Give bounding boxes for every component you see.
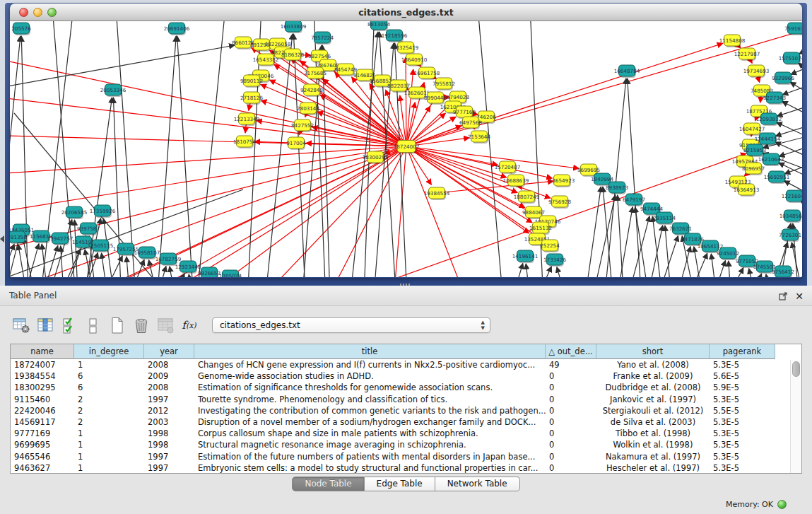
graph-node-teal[interactable]: 16648784 — [614, 65, 640, 78]
graph-node-yellow[interactable]: 8186328 — [281, 49, 304, 62]
table-row[interactable]: 946554611997Estimation of the future num… — [11, 451, 801, 462]
graph-node-yellow[interactable]: 18325419 — [393, 42, 419, 54]
graph-node-teal[interactable]: 8215953 — [743, 144, 766, 157]
graph-node-yellow[interactable]: 252254 — [540, 240, 560, 252]
graph-node-yellow[interactable]: 13654923 — [549, 175, 575, 187]
close-panel-icon[interactable]: ✕ — [795, 291, 804, 301]
column-header-out_degree[interactable]: △ out_de... — [546, 344, 596, 359]
graph-node-yellow[interactable]: 19384554 — [424, 187, 450, 200]
graph-node-teal[interactable]: 7591631 — [784, 23, 802, 35]
graph-node-yellow[interactable]: 2153644 — [468, 131, 490, 144]
tab-edge-table[interactable]: Edge Table — [365, 477, 435, 491]
graph-node-yellow[interactable]: 18807249 — [514, 191, 540, 204]
column-header-pagerank[interactable]: pagerank — [710, 344, 775, 359]
graph-node-teal[interactable]: 9227343 — [763, 92, 786, 105]
delete-table-icon[interactable] — [131, 316, 151, 335]
graph-node-teal[interactable]: 8926653 — [198, 267, 220, 277]
graph-node-teal[interactable]: 13942757 — [47, 233, 73, 245]
graph-node-teal[interactable]: 205576 — [11, 23, 31, 35]
graph-node-teal[interactable]: 9397587 — [77, 223, 100, 235]
graph-node-yellow[interactable]: 7955812 — [433, 78, 455, 90]
network-table-select[interactable]: citations_edges.txt ▲▼ — [212, 317, 490, 333]
graph-node-teal[interactable]: 14196141 — [512, 250, 539, 263]
clear-selection-icon[interactable] — [83, 316, 102, 335]
graph-node-teal[interactable]: 10348561 — [779, 210, 802, 223]
graph-node-teal[interactable]: 8813054 — [367, 21, 390, 31]
scrollbar-thumb[interactable] — [792, 361, 800, 377]
table-row[interactable]: 1456911722003Disruption of a novel membe… — [11, 416, 801, 428]
column-header-name[interactable]: name — [11, 344, 74, 359]
graph-node-yellow[interactable]: 10688639 — [503, 175, 529, 187]
graph-node-yellow[interactable]: 16961758 — [414, 67, 440, 80]
graph-node-teal[interactable]: 7726301 — [779, 229, 801, 242]
table-settings-icon[interactable] — [11, 316, 30, 335]
table-row[interactable]: 946362711997Embryonic stem cells: a mode… — [11, 462, 801, 474]
graph-node-teal[interactable]: 1733426 — [543, 254, 566, 267]
graph-node-teal[interactable]: 17359926 — [90, 205, 116, 218]
graph-node-yellow[interactable]: 15720407 — [495, 161, 521, 174]
table-row[interactable]: 1830029562008Estimation of significance … — [11, 382, 801, 393]
column-header-title[interactable]: title — [194, 344, 546, 359]
cell-in_degree: 2 — [74, 405, 144, 416]
table-row[interactable]: 1938455462009Genome-wide association stu… — [11, 370, 801, 382]
table-row[interactable]: 969969511998Structural magnetic resonanc… — [11, 439, 801, 450]
network-window[interactable]: citations_edges.txt 18724007866012889129… — [10, 4, 802, 278]
graph-node-yellow[interactable]: 9890112 — [240, 75, 263, 88]
network-window-titlebar[interactable]: citations_edges.txt — [10, 4, 802, 21]
graph-node-yellow[interactable]: 1810754 — [233, 136, 256, 148]
graph-node-teal[interactable]: 6479197 — [623, 194, 645, 206]
float-panel-icon[interactable] — [779, 291, 788, 300]
network-graph[interactable]: 1872400786601288912955182260589827508165… — [10, 21, 802, 277]
graph-node-yellow[interactable]: 2718126 — [240, 92, 263, 105]
graph-node-teal[interactable]: 12216041 — [782, 190, 802, 203]
graph-node-teal[interactable]: 9329966 — [772, 72, 794, 85]
select-all-icon[interactable] — [59, 316, 78, 335]
graph-node-teal[interactable]: 20691406 — [164, 23, 190, 35]
graph-node-teal[interactable]: 2935114 — [653, 212, 676, 225]
graph-node-teal[interactable]: 12093832 — [756, 113, 782, 126]
graph-node-yellow[interactable]: 8990448 — [424, 92, 447, 105]
tab-network-table[interactable]: Network Table — [435, 477, 520, 491]
graph-node-teal[interactable]: 8938923 — [606, 182, 628, 194]
graph-node-teal[interactable]: 9756412 — [772, 266, 794, 277]
graph-node-yellow[interactable]: 8427552 — [291, 119, 314, 132]
column-header-year[interactable]: year — [144, 344, 194, 359]
svg-text:9329966: 9329966 — [772, 75, 794, 81]
memory-status-indicator[interactable] — [777, 500, 787, 509]
column-header-in_degree[interactable]: in_degree — [74, 344, 144, 359]
graph-node-teal[interactable]: 15751074 — [779, 52, 802, 65]
graph-node-teal[interactable]: 7857224 — [311, 32, 334, 45]
table-row[interactable]: 977716911998Corpus callosum shape and si… — [11, 428, 801, 439]
graph-node-yellow[interactable]: 1615132 — [529, 222, 552, 235]
new-table-icon[interactable] — [107, 316, 126, 335]
graph-node-teal[interactable]: 20206585 — [61, 206, 88, 219]
tab-node-table[interactable]: Node Table — [292, 477, 364, 491]
graph-node-teal[interactable]: 20053346 — [100, 84, 126, 97]
attribute-table[interactable]: namein_degreeyeartitle△ out_de...shortpa… — [10, 344, 802, 474]
network-canvas[interactable]: 1872400786601288912955182260589827508165… — [10, 21, 802, 277]
graph-node-yellow[interactable]: 11154808 — [719, 35, 746, 47]
table-row[interactable]: 2242004622012Investigating the contribut… — [11, 405, 801, 416]
collapse-panel-arrow-icon[interactable] — [0, 235, 4, 243]
import-table-icon[interactable] — [155, 316, 175, 335]
svg-text:17359926: 17359926 — [90, 208, 116, 214]
graph-node-yellow[interactable]: 8096957 — [742, 163, 765, 175]
graph-node-yellow[interactable]: 12217987 — [734, 48, 760, 61]
graph-node-yellow[interactable]: 9242848 — [300, 84, 323, 97]
insert-column-icon[interactable] — [35, 316, 54, 335]
graph-node-teal[interactable]: 16033809 — [281, 21, 307, 33]
table-row[interactable]: 911546021997Tourette syndrome. Phenomeno… — [11, 394, 801, 405]
table-vertical-scrollbar[interactable] — [790, 360, 801, 473]
graph-node-teal[interactable]: 19218596 — [382, 30, 408, 42]
graph-node-teal[interactable]: 391358 — [10, 231, 27, 244]
graph-node-yellow[interactable]: 16364913 — [734, 184, 760, 197]
graph-node-yellow[interactable]: 9756928 — [548, 196, 571, 209]
column-header-short[interactable]: short — [596, 344, 710, 359]
graph-node-yellow[interactable]: 6497568 — [459, 117, 482, 129]
graph-node-yellow[interactable]: 3175685 — [304, 67, 326, 80]
table-row[interactable]: 1872400712008Changes of HCN gene express… — [11, 359, 801, 370]
graph-node-yellow[interactable]: 19734693 — [743, 65, 770, 78]
function-builder-icon[interactable]: f(x) — [180, 316, 199, 335]
graph-node-yellow[interactable]: 18640910 — [401, 54, 428, 66]
graph-node-yellow[interactable]: 917004 — [286, 137, 306, 150]
